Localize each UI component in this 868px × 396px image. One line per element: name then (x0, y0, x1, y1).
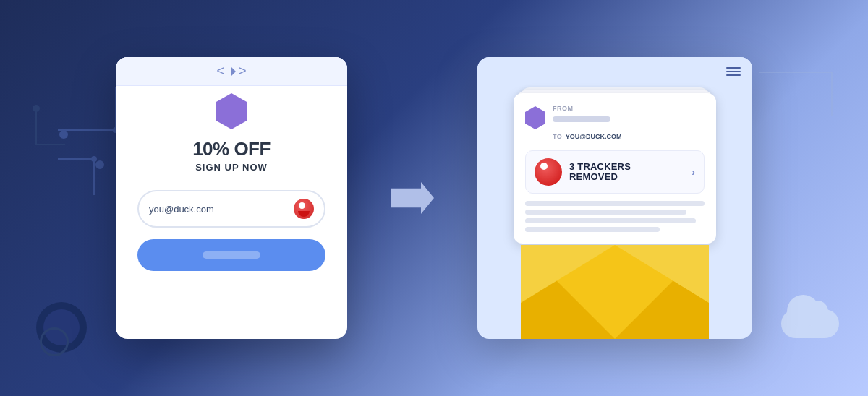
duckduckgo-logo (535, 158, 562, 186)
envelope (506, 216, 723, 339)
cloud-decoration (781, 309, 839, 338)
email-input-display[interactable]: you@duck.com (137, 190, 326, 228)
email-value: you@duck.com (149, 204, 214, 215)
arrow-shape (391, 182, 434, 214)
email-meta: FROM TO YOU@DUCK.COM (553, 105, 705, 142)
browser-left-header: < > (116, 57, 347, 86)
tracker-removed-banner[interactable]: 3 TRACKERS REMOVED › (525, 150, 705, 194)
cta-button-placeholder (203, 251, 260, 259)
tracker-text: 3 TRACKERS REMOVED (569, 162, 684, 183)
hamburger-menu-icon[interactable] (726, 67, 741, 76)
main-scene: < > 10% OFF SIGN UP NOW you@duck.com (0, 0, 868, 396)
promo-text-block: 10% OFF SIGN UP NOW (192, 138, 271, 173)
hexagon-logo (216, 93, 247, 129)
chevron-right-icon: › (692, 166, 695, 178)
promo-subtitle: SIGN UP NOW (192, 162, 271, 173)
content-line-1 (525, 201, 705, 206)
cta-button[interactable] (137, 239, 326, 271)
browser-right-header (477, 57, 752, 86)
envelope-top-left (521, 245, 615, 303)
envelope-top-right (615, 245, 709, 303)
right-browser-panel: FROM TO YOU@DUCK.COM 3 TRACKERS (477, 57, 752, 339)
hex-icon-small (525, 106, 545, 129)
arrow-connector (391, 182, 434, 214)
tracker-removed-label: 3 TRACKERS REMOVED (569, 162, 684, 183)
content-line-2 (525, 210, 686, 215)
svg-point-10 (33, 105, 40, 112)
deco-node-1 (59, 130, 68, 139)
email-to-label: TO (553, 133, 562, 140)
deco-node-3 (95, 160, 104, 169)
email-from-value (553, 116, 610, 122)
duckduckgo-logo-small (294, 199, 314, 219)
email-header-row: FROM TO YOU@DUCK.COM (525, 105, 705, 142)
email-from-label: FROM (553, 105, 705, 112)
code-brackets-icon: < > (216, 64, 246, 79)
promo-title: 10% OFF (192, 138, 271, 160)
left-browser-panel: < > 10% OFF SIGN UP NOW you@duck.com (116, 57, 347, 339)
email-to-value: YOU@DUCK.COM (566, 133, 622, 140)
deco-ring (40, 327, 69, 356)
